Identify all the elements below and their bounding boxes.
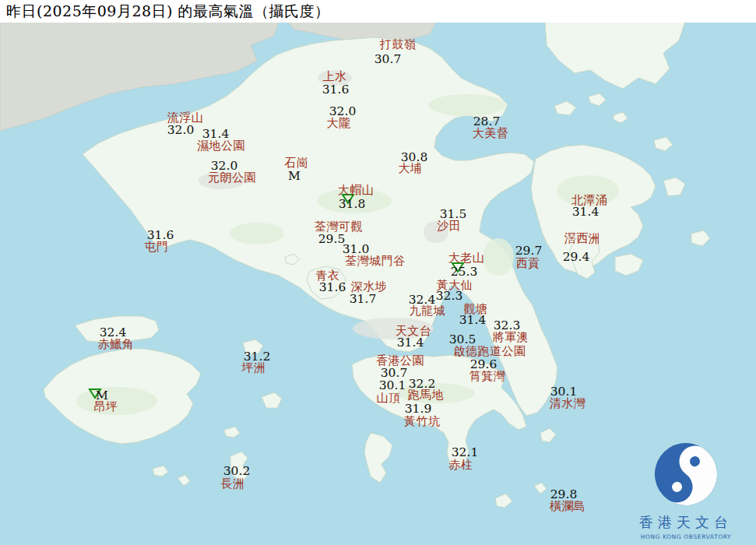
weather-map-screen: 昨日(2025年09月28日) 的最高氣溫（攝氏度） 30.7打鼓嶺31.6上水… xyxy=(0,0,756,545)
station-name: 濕地公園 xyxy=(197,139,245,153)
station-name: 深水埗 xyxy=(351,280,388,294)
station-name: 大帽山 xyxy=(338,183,374,198)
station-name: 沙田 xyxy=(438,219,462,234)
station-name: 大老山 xyxy=(448,251,485,265)
station-name: 將軍澳 xyxy=(493,330,529,345)
station-name: 荃灣城門谷 xyxy=(345,254,406,269)
station-name: 滘西洲 xyxy=(564,231,601,246)
station-name: 昂坪 xyxy=(94,399,118,414)
station-value: 29.5 xyxy=(318,232,346,246)
station-name: 石崗 xyxy=(285,156,309,171)
station-name: 打鼓嶺 xyxy=(380,37,417,52)
station-name: 山頂 xyxy=(377,391,401,406)
station-value: 31.6 xyxy=(322,83,350,97)
station-value: 31.7 xyxy=(350,292,377,306)
station-name: 九龍城 xyxy=(410,304,446,318)
station-name: 香港公園 xyxy=(376,353,424,368)
station-name: 西貢 xyxy=(516,256,540,271)
station-name: 筲箕灣 xyxy=(469,369,506,384)
station-value: 31.8 xyxy=(339,197,366,211)
station-value: 30.7 xyxy=(374,52,402,66)
station-name: 青衣 xyxy=(316,269,340,283)
hko-logo-name-chinese: 香港天文台 xyxy=(624,513,748,532)
station-name: 流浮山 xyxy=(167,111,204,125)
station-name: 赤柱 xyxy=(449,458,473,473)
station-value: 29.4 xyxy=(563,250,590,264)
station-name: 上水 xyxy=(323,69,347,84)
hko-logo: 香港天文台 HONG KONG OBSERVATORY xyxy=(624,440,748,540)
station-name: 荃灣可觀 xyxy=(315,220,363,234)
station-name: 觀塘 xyxy=(464,302,488,317)
station-name: 黃竹坑 xyxy=(404,414,441,429)
station-name: 跑馬地 xyxy=(408,388,445,403)
station-value: 25.3 xyxy=(451,265,478,279)
map-title: 昨日(2025年09月28日) 的最高氣溫（攝氏度） xyxy=(0,2,330,22)
station-name: 北潭涌 xyxy=(571,193,608,208)
station-name: 大埔 xyxy=(399,161,423,176)
station-name: 大隴 xyxy=(327,116,351,131)
station-name: 清水灣 xyxy=(550,396,586,411)
station-name: 屯門 xyxy=(145,240,169,255)
station-name: 大美督 xyxy=(473,126,509,141)
station-name: 啟德跑道公園 xyxy=(454,344,526,359)
station-name: 坪洲 xyxy=(242,360,266,375)
hko-logo-icon xyxy=(628,440,744,508)
station-name: 赤鱲角 xyxy=(98,337,135,352)
station-value: M xyxy=(288,169,301,183)
station-name: 天文台 xyxy=(396,324,432,339)
title-bar: 昨日(2025年09月28日) 的最高氣溫（攝氏度） xyxy=(0,0,756,23)
station-name: 黃大仙 xyxy=(437,278,473,293)
station-name: 橫瀾島 xyxy=(550,499,586,514)
station-value: 32.0 xyxy=(167,123,195,137)
hko-logo-name-english: HONG KONG OBSERVATORY xyxy=(624,533,748,540)
station-name: 長洲 xyxy=(221,476,245,491)
station-name: 元朗公園 xyxy=(208,171,256,185)
